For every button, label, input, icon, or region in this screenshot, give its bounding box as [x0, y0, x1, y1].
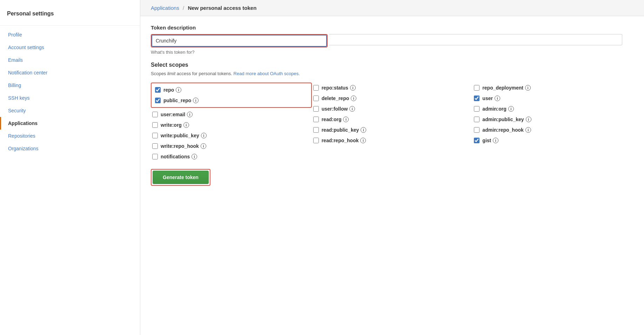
scope-info-public-repo: i — [193, 98, 199, 103]
scope-label-read-public-key[interactable]: read:public_key i — [322, 127, 367, 133]
scope-checkbox-notifications[interactable] — [152, 154, 158, 159]
scope-label-write-org[interactable]: write:org i — [161, 122, 189, 128]
scope-info-user: i — [495, 96, 500, 101]
scope-info-repo-status: i — [350, 85, 356, 91]
scope-label-read-repo-hook[interactable]: read:repo_hook i — [322, 138, 366, 143]
scope-item-write-public-key: write:public_key i — [151, 130, 312, 141]
scope-checkbox-admin-public-key[interactable] — [474, 117, 479, 122]
scope-item-write-repo-hook: write:repo_hook i — [151, 141, 312, 151]
scope-checkbox-delete-repo[interactable] — [313, 96, 319, 101]
sidebar-item-organizations[interactable]: Organizations — [0, 142, 140, 155]
sidebar-item-repositories[interactable]: Repositories — [0, 130, 140, 142]
scope-info-repo: i — [176, 87, 181, 93]
scopes-col-2: repo:status i delete_repo i — [312, 83, 473, 146]
sidebar-item-ssh-keys[interactable]: SSH keys — [0, 92, 140, 104]
scope-label-admin-public-key[interactable]: admin:public_key i — [482, 117, 531, 122]
breadcrumb-separator: / — [183, 5, 184, 11]
scope-info-notifications: i — [192, 154, 197, 159]
scope-label-admin-org[interactable]: admin:org i — [482, 106, 514, 112]
sidebar-item-account-settings[interactable]: Account settings — [0, 41, 140, 54]
scope-checkbox-write-public-key[interactable] — [152, 133, 158, 138]
token-input-container — [151, 34, 633, 47]
sidebar-item-emails[interactable]: Emails — [0, 54, 140, 66]
scope-item-write-org: write:org i — [151, 120, 312, 130]
sidebar-divider — [0, 25, 140, 26]
scope-checkbox-repo[interactable] — [155, 87, 161, 93]
scope-item-admin-org: admin:org i — [472, 104, 633, 114]
breadcrumb-parent[interactable]: Applications — [151, 5, 179, 11]
scope-info-write-org: i — [183, 122, 189, 128]
scope-checkbox-user[interactable] — [474, 96, 479, 101]
scope-label-user[interactable]: user i — [482, 96, 500, 101]
scope-text-admin-public-key: admin:public_key — [482, 117, 524, 122]
scope-label-write-repo-hook[interactable]: write:repo_hook i — [161, 143, 206, 149]
scope-info-admin-repo-hook: i — [525, 127, 531, 133]
scope-item-user: user i — [472, 93, 633, 104]
scope-label-repo-deployment[interactable]: repo_deployment i — [482, 85, 531, 91]
scope-info-admin-org: i — [508, 106, 514, 112]
scope-text-public-repo: public_repo — [163, 98, 191, 103]
scope-checkbox-admin-repo-hook[interactable] — [474, 127, 479, 133]
scope-text-repo-deployment: repo_deployment — [482, 85, 523, 91]
scope-info-read-public-key: i — [361, 127, 366, 133]
scope-info-read-repo-hook: i — [360, 138, 366, 143]
scope-checkbox-repo-status[interactable] — [313, 85, 319, 91]
scope-text-delete-repo: delete_repo — [322, 96, 349, 101]
scope-item-gist: gist i — [472, 135, 633, 146]
sidebar-item-billing[interactable]: Billing — [0, 79, 140, 92]
sidebar-item-applications[interactable]: Applications — [0, 117, 140, 130]
scope-text-read-repo-hook: read:repo_hook — [322, 138, 359, 143]
scope-checkbox-admin-org[interactable] — [474, 106, 479, 112]
sidebar-item-notification-center[interactable]: Notification center — [0, 66, 140, 79]
sidebar-item-profile[interactable]: Profile — [0, 28, 140, 41]
scope-label-user-follow[interactable]: user:follow i — [322, 106, 355, 112]
form-content: Token description What's this token for?… — [140, 16, 644, 194]
scope-text-gist: gist — [482, 138, 491, 143]
scope-item-public-repo: public_repo i — [154, 95, 309, 106]
scope-checkbox-public-repo[interactable] — [155, 98, 161, 103]
scopes-heading: Select scopes — [151, 62, 633, 68]
scope-info-repo-deployment: i — [525, 85, 531, 91]
token-description-input[interactable] — [152, 35, 327, 47]
scope-checkbox-read-public-key[interactable] — [313, 127, 319, 133]
scope-checkbox-user-follow[interactable] — [313, 106, 319, 112]
scope-text-repo: repo — [163, 87, 174, 93]
scope-label-write-public-key[interactable]: write:public_key i — [161, 133, 207, 138]
scope-checkbox-repo-deployment[interactable] — [474, 85, 479, 91]
scope-text-user-email: user:email — [161, 112, 185, 117]
scope-checkbox-write-org[interactable] — [152, 122, 158, 128]
scope-label-repo[interactable]: repo i — [163, 87, 181, 93]
sidebar-title: Personal settings — [0, 7, 140, 22]
scope-checkbox-gist[interactable] — [474, 138, 479, 143]
scope-item-delete-repo: delete_repo i — [312, 93, 473, 104]
scope-checkbox-write-repo-hook[interactable] — [152, 143, 158, 149]
scope-label-notifications[interactable]: notifications i — [161, 154, 197, 159]
generate-token-button[interactable]: Generate token — [153, 171, 209, 184]
scopes-desc-prefix: Scopes — [151, 71, 167, 76]
sidebar-item-security[interactable]: Security — [0, 104, 140, 117]
scope-label-delete-repo[interactable]: delete_repo i — [322, 96, 357, 101]
scopes-oauth-link[interactable]: Read more about OAuth scopes. — [234, 71, 300, 76]
scope-label-repo-status[interactable]: repo:status i — [322, 85, 356, 91]
scope-text-write-repo-hook: write:repo_hook — [161, 143, 199, 149]
token-description-input-ext[interactable] — [329, 34, 622, 45]
scope-checkbox-read-org[interactable] — [313, 117, 319, 122]
scope-label-admin-repo-hook[interactable]: admin:repo_hook i — [482, 127, 531, 133]
scope-info-user-follow: i — [349, 106, 355, 112]
scope-info-gist: i — [493, 138, 498, 143]
scope-item-repo-status: repo:status i — [312, 83, 473, 93]
scope-text-write-org: write:org — [161, 122, 182, 128]
scope-text-repo-status: repo:status — [322, 85, 348, 91]
scope-checkbox-user-email[interactable] — [152, 112, 158, 117]
scope-label-user-email[interactable]: user:email i — [161, 112, 193, 117]
scope-item-user-follow: user:follow i — [312, 104, 473, 114]
token-input-highlight — [151, 34, 328, 47]
scope-label-public-repo[interactable]: public_repo i — [163, 98, 199, 103]
scope-text-read-org: read:org — [322, 117, 342, 122]
token-description-label: Token description — [151, 25, 633, 31]
scope-label-read-org[interactable]: read:org i — [322, 117, 349, 122]
scope-label-gist[interactable]: gist i — [482, 138, 498, 143]
scope-text-user: user — [482, 96, 493, 101]
breadcrumb: Applications / New personal access token — [140, 0, 644, 16]
scope-checkbox-read-repo-hook[interactable] — [313, 138, 319, 143]
